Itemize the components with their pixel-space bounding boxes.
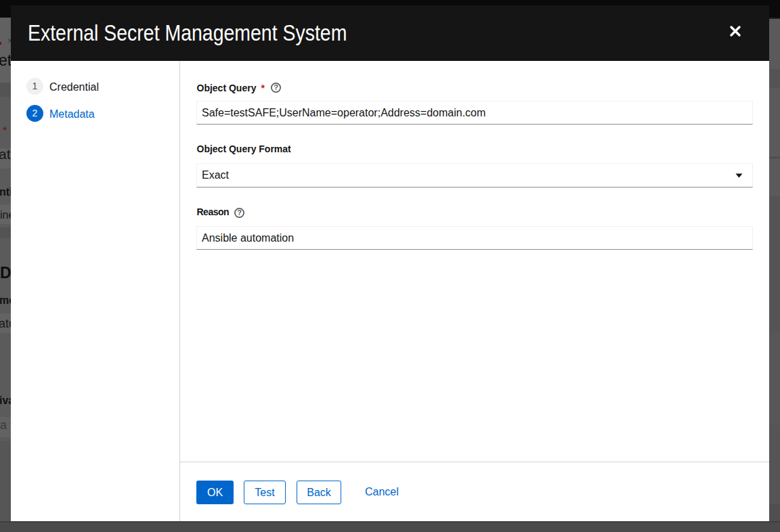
svg-text:?: ?	[237, 208, 242, 217]
svg-text:?: ?	[274, 83, 278, 91]
